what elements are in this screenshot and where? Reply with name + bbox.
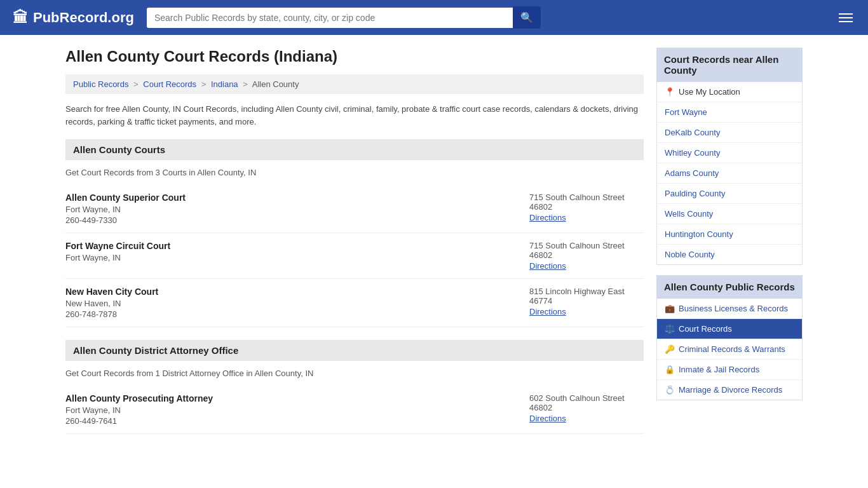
breadcrumb: Public Records > Court Records > Indiana… [65,74,644,94]
sidebar-criminal-records[interactable]: 🔑 Criminal Records & Warrants [657,339,802,360]
breadcrumb-allen-county: Allen County [252,79,299,89]
court-3-directions[interactable]: Directions [529,307,644,316]
search-button[interactable]: 🔍 [513,6,541,29]
sidebar-item-adams[interactable]: Adams County [657,163,802,184]
court-1-phone: 260-449-7330 [65,215,186,225]
da-1-name[interactable]: Allen County Prosecuting Attorney [65,393,213,403]
court-1-name[interactable]: Allen County Superior Court [65,193,186,203]
public-records-section-title: Allen County Public Records [656,275,803,299]
breadcrumb-public-records[interactable]: Public Records [73,79,128,89]
sidebar-item-fort-wayne[interactable]: Fort Wayne [657,102,802,123]
logo-text: PubRecord.org [33,10,134,26]
sidebar-marriage-records[interactable]: 💍 Marriage & Divorce Records [657,380,802,400]
sidebar-item-noble[interactable]: Noble County [657,245,802,264]
page-title: Allen County Court Records (Indiana) [65,48,644,65]
court-entry-2: Fort Wayne Circuit Court Fort Wayne, IN … [65,233,644,279]
logo-icon: 🏛 [13,9,28,27]
key-icon: 🔑 [665,344,675,354]
sidebar-business-label: Business Licenses & Records [679,304,788,313]
court-3-phone: 260-748-7878 [65,309,158,319]
sidebar-criminal-label: Criminal Records & Warrants [679,344,785,354]
sidebar-adams-label: Adams County [665,168,719,178]
court-3-street: 815 Lincoln Highway East [529,287,625,296]
sidebar-huntington-label: Huntington County [665,229,733,239]
court-3-info: New Haven City Court New Haven, IN 260-7… [65,287,158,319]
sidebar-item-dekalb[interactable]: DeKalb County [657,123,802,143]
sidebar-use-location[interactable]: 📍 Use My Location [657,82,802,102]
breadcrumb-indiana[interactable]: Indiana [211,79,238,89]
main-container: Allen County Court Records (Indiana) Pub… [53,35,815,447]
sidebar-inmate-records[interactable]: 🔒 Inmate & Jail Records [657,360,802,380]
sidebar-item-paulding[interactable]: Paulding County [657,184,802,204]
separator-2: > [201,79,207,89]
menu-button[interactable] [836,11,855,25]
court-entry-3: New Haven City Court New Haven, IN 260-7… [65,279,644,327]
court-1-address: 715 South Calhoun Street 46802 Direction… [529,193,644,222]
menu-line-1 [839,13,853,15]
main-content: Allen County Court Records (Indiana) Pub… [65,48,644,447]
menu-line-2 [839,17,853,18]
court-3-city: New Haven, IN [65,299,158,308]
da-sub-description: Get Court Records from 1 District Attorn… [65,369,644,378]
sidebar-item-wells[interactable]: Wells County [657,204,802,224]
court-1-directions[interactable]: Directions [529,213,644,222]
briefcase-icon: 💼 [665,304,675,313]
da-1-zip: 46802 [529,403,552,412]
da-1-street: 602 South Calhoun Street [529,393,625,403]
sidebar-item-huntington[interactable]: Huntington County [657,224,802,245]
public-records-list: 💼 Business Licenses & Records ⚖️ Court R… [656,299,803,400]
courts-section-header: Allen County Courts [65,139,644,160]
logo[interactable]: 🏛 PubRecord.org [13,9,134,27]
da-1-info: Allen County Prosecuting Attorney Fort W… [65,393,213,426]
court-1-info: Allen County Superior Court Fort Wayne, … [65,193,186,225]
sidebar-item-whitley[interactable]: Whitley County [657,143,802,163]
da-list: Allen County Prosecuting Attorney Fort W… [65,386,644,434]
court-3-address: 815 Lincoln Highway East 46774 Direction… [529,287,644,316]
search-input[interactable] [147,8,513,28]
courts-sub-description: Get Court Records from 3 Courts in Allen… [65,168,644,177]
court-2-city: Fort Wayne, IN [65,253,170,262]
breadcrumb-court-records[interactable]: Court Records [143,79,196,89]
lock-icon: 🔒 [665,365,675,374]
sidebar-noble-label: Noble County [665,250,715,259]
sidebar-court-records[interactable]: ⚖️ Court Records [657,319,802,339]
sidebar-paulding-label: Paulding County [665,189,725,198]
sidebar-fort-wayne-label: Fort Wayne [665,107,707,117]
sidebar-wells-label: Wells County [665,209,713,219]
court-1-street: 715 South Calhoun Street [529,193,625,202]
site-header: 🏛 PubRecord.org 🔍 [0,0,868,35]
separator-3: > [243,79,248,89]
da-entry-1: Allen County Prosecuting Attorney Fort W… [65,386,644,434]
da-1-directions[interactable]: Directions [529,414,644,423]
court-1-city: Fort Wayne, IN [65,205,186,214]
nearby-list: 📍 Use My Location Fort Wayne DeKalb Coun… [656,82,803,265]
da-1-address: 602 South Calhoun Street 46802 Direction… [529,393,644,423]
court-2-directions[interactable]: Directions [529,261,644,271]
sidebar-use-location-label: Use My Location [679,87,740,97]
court-entry-1: Allen County Superior Court Fort Wayne, … [65,185,644,233]
court-2-zip: 46802 [529,250,552,260]
court-3-name[interactable]: New Haven City Court [65,287,158,297]
page-description: Search for free Allen County, IN Court R… [65,103,644,128]
court-2-street: 715 South Calhoun Street [529,241,625,250]
separator-1: > [133,79,139,89]
location-icon: 📍 [665,87,675,97]
scales-icon: ⚖️ [665,324,675,334]
sidebar-business-licenses[interactable]: 💼 Business Licenses & Records [657,299,802,319]
search-bar: 🔍 [147,6,541,29]
nearby-section-title: Court Records near Allen County [656,48,803,82]
da-1-phone: 260-449-7641 [65,416,213,426]
da-1-city: Fort Wayne, IN [65,405,213,415]
sidebar-inmate-label: Inmate & Jail Records [679,365,759,374]
sidebar-court-records-label: Court Records [679,324,732,334]
sidebar-whitley-label: Whitley County [665,148,720,158]
courts-list: Allen County Superior Court Fort Wayne, … [65,185,644,327]
court-3-zip: 46774 [529,296,552,306]
court-2-name[interactable]: Fort Wayne Circuit Court [65,241,170,251]
sidebar-marriage-label: Marriage & Divorce Records [679,385,782,395]
court-2-address: 715 South Calhoun Street 46802 Direction… [529,241,644,271]
sidebar-dekalb-label: DeKalb County [665,128,720,137]
da-section-header: Allen County District Attorney Office [65,340,644,361]
court-2-info: Fort Wayne Circuit Court Fort Wayne, IN [65,241,170,262]
sidebar: Court Records near Allen County 📍 Use My… [656,48,803,447]
